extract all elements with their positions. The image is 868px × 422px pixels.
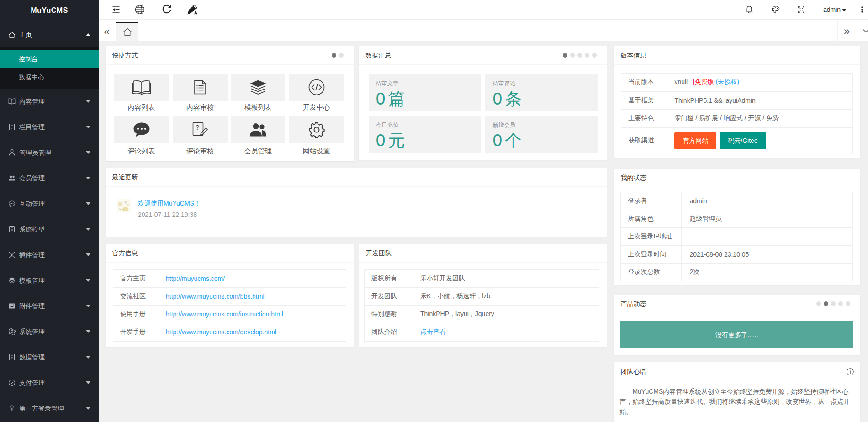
svg-text:?: ? xyxy=(196,123,199,131)
